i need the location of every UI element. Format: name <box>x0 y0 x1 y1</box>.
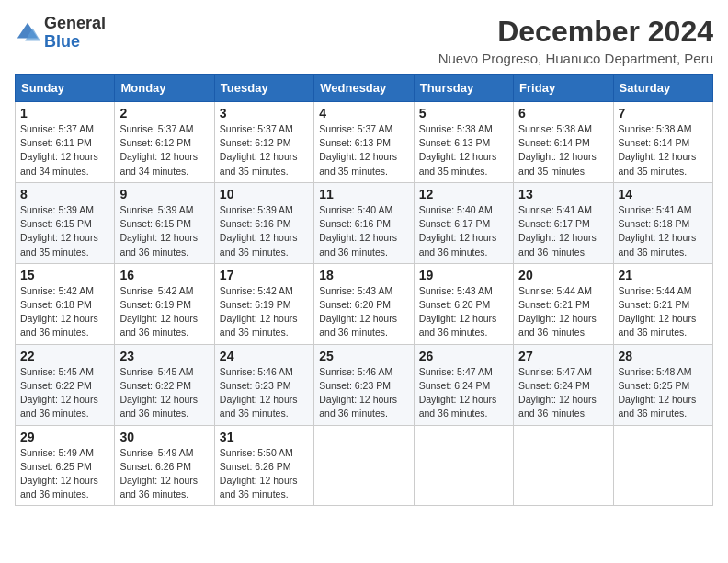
day-number: 21 <box>619 268 708 282</box>
calendar-day-cell: 19Sunrise: 5:43 AMSunset: 6:20 PMDayligh… <box>414 263 513 344</box>
day-info: Sunrise: 5:41 AMSunset: 6:18 PMDaylight:… <box>619 203 708 259</box>
day-info: Sunrise: 5:46 AMSunset: 6:23 PMDaylight:… <box>319 365 408 421</box>
day-number: 3 <box>220 106 309 121</box>
day-info: Sunrise: 5:47 AMSunset: 6:24 PMDaylight:… <box>518 365 608 421</box>
day-info: Sunrise: 5:50 AMSunset: 6:26 PMDaylight:… <box>220 446 309 502</box>
title-section: December 2024 Nuevo Progreso, Huanuco De… <box>438 15 713 66</box>
day-info: Sunrise: 5:42 AMSunset: 6:19 PMDaylight:… <box>119 284 209 340</box>
calendar-day-cell: 23Sunrise: 5:45 AMSunset: 6:22 PMDayligh… <box>115 344 214 425</box>
calendar-day-cell: 14Sunrise: 5:41 AMSunset: 6:18 PMDayligh… <box>613 182 712 263</box>
calendar-day-cell: 15Sunrise: 5:42 AMSunset: 6:18 PMDayligh… <box>16 263 115 344</box>
calendar-day-cell: 29Sunrise: 5:49 AMSunset: 6:25 PMDayligh… <box>16 425 115 506</box>
calendar-day-cell <box>514 425 613 506</box>
day-info: Sunrise: 5:38 AMSunset: 6:13 PMDaylight:… <box>419 122 508 178</box>
day-number: 20 <box>518 268 608 282</box>
weekday-header-row: SundayMondayTuesdayWednesdayThursdayFrid… <box>16 75 713 102</box>
day-number: 30 <box>119 430 209 444</box>
day-info: Sunrise: 5:37 AMSunset: 6:13 PMDaylight:… <box>319 122 408 178</box>
weekday-header-cell: Saturday <box>613 75 712 102</box>
calendar-day-cell: 24Sunrise: 5:46 AMSunset: 6:23 PMDayligh… <box>214 344 313 425</box>
calendar-week-row: 15Sunrise: 5:42 AMSunset: 6:18 PMDayligh… <box>16 263 713 344</box>
calendar-day-cell: 10Sunrise: 5:39 AMSunset: 6:16 PMDayligh… <box>214 182 313 263</box>
calendar-day-cell: 28Sunrise: 5:48 AMSunset: 6:25 PMDayligh… <box>613 344 712 425</box>
day-number: 6 <box>518 106 608 121</box>
day-info: Sunrise: 5:37 AMSunset: 6:12 PMDaylight:… <box>119 122 209 178</box>
day-info: Sunrise: 5:39 AMSunset: 6:15 PMDaylight:… <box>20 203 109 259</box>
calendar-day-cell: 30Sunrise: 5:49 AMSunset: 6:26 PMDayligh… <box>115 425 214 506</box>
weekday-header-cell: Monday <box>115 75 214 102</box>
day-number: 5 <box>419 106 508 121</box>
day-info: Sunrise: 5:37 AMSunset: 6:12 PMDaylight:… <box>220 122 309 178</box>
day-number: 10 <box>220 187 309 201</box>
logo-text: General Blue <box>44 15 106 52</box>
day-number: 25 <box>319 349 408 363</box>
day-number: 24 <box>220 349 309 363</box>
calendar-day-cell: 8Sunrise: 5:39 AMSunset: 6:15 PMDaylight… <box>16 182 115 263</box>
day-number: 22 <box>20 349 109 363</box>
calendar-week-row: 1Sunrise: 5:37 AMSunset: 6:11 PMDaylight… <box>16 102 713 183</box>
day-number: 2 <box>119 106 209 121</box>
weekday-header-cell: Sunday <box>16 75 115 102</box>
day-number: 9 <box>119 187 209 201</box>
day-number: 31 <box>220 430 309 444</box>
calendar-day-cell: 22Sunrise: 5:45 AMSunset: 6:22 PMDayligh… <box>16 344 115 425</box>
day-info: Sunrise: 5:43 AMSunset: 6:20 PMDaylight:… <box>419 284 508 340</box>
day-info: Sunrise: 5:41 AMSunset: 6:17 PMDaylight:… <box>518 203 608 259</box>
logo-general: General <box>44 14 106 32</box>
calendar-day-cell: 17Sunrise: 5:42 AMSunset: 6:19 PMDayligh… <box>214 263 313 344</box>
day-number: 19 <box>419 268 508 282</box>
weekday-header-cell: Tuesday <box>214 75 313 102</box>
calendar-day-cell: 27Sunrise: 5:47 AMSunset: 6:24 PMDayligh… <box>514 344 613 425</box>
day-info: Sunrise: 5:37 AMSunset: 6:11 PMDaylight:… <box>20 122 109 178</box>
day-number: 16 <box>119 268 209 282</box>
day-info: Sunrise: 5:45 AMSunset: 6:22 PMDaylight:… <box>119 365 209 421</box>
day-info: Sunrise: 5:42 AMSunset: 6:18 PMDaylight:… <box>20 284 109 340</box>
calendar-day-cell: 1Sunrise: 5:37 AMSunset: 6:11 PMDaylight… <box>16 102 115 183</box>
calendar-day-cell: 7Sunrise: 5:38 AMSunset: 6:14 PMDaylight… <box>613 102 712 183</box>
calendar-week-row: 22Sunrise: 5:45 AMSunset: 6:22 PMDayligh… <box>16 344 713 425</box>
calendar-day-cell <box>613 425 712 506</box>
calendar-week-row: 8Sunrise: 5:39 AMSunset: 6:15 PMDaylight… <box>16 182 713 263</box>
page-header: General Blue December 2024 Nuevo Progres… <box>15 15 713 66</box>
day-info: Sunrise: 5:49 AMSunset: 6:26 PMDaylight:… <box>119 446 209 502</box>
day-number: 29 <box>20 430 109 444</box>
calendar-body: 1Sunrise: 5:37 AMSunset: 6:11 PMDaylight… <box>16 102 713 506</box>
weekday-header-cell: Wednesday <box>314 75 414 102</box>
weekday-header-cell: Thursday <box>414 75 513 102</box>
day-info: Sunrise: 5:39 AMSunset: 6:16 PMDaylight:… <box>220 203 309 259</box>
day-number: 26 <box>419 349 508 363</box>
day-number: 12 <box>419 187 508 201</box>
day-number: 1 <box>20 106 109 121</box>
calendar-day-cell: 16Sunrise: 5:42 AMSunset: 6:19 PMDayligh… <box>115 263 214 344</box>
day-info: Sunrise: 5:44 AMSunset: 6:21 PMDaylight:… <box>619 284 708 340</box>
day-number: 17 <box>220 268 309 282</box>
day-info: Sunrise: 5:49 AMSunset: 6:25 PMDaylight:… <box>20 446 109 502</box>
day-info: Sunrise: 5:40 AMSunset: 6:16 PMDaylight:… <box>319 203 408 259</box>
logo-icon <box>15 20 40 46</box>
day-info: Sunrise: 5:46 AMSunset: 6:23 PMDaylight:… <box>220 365 309 421</box>
calendar-day-cell: 18Sunrise: 5:43 AMSunset: 6:20 PMDayligh… <box>314 263 414 344</box>
logo-blue: Blue <box>44 32 80 51</box>
calendar-day-cell: 11Sunrise: 5:40 AMSunset: 6:16 PMDayligh… <box>314 182 414 263</box>
day-number: 14 <box>619 187 708 201</box>
calendar-day-cell <box>414 425 513 506</box>
day-number: 7 <box>619 106 708 121</box>
calendar-week-row: 29Sunrise: 5:49 AMSunset: 6:25 PMDayligh… <box>16 425 713 506</box>
day-number: 28 <box>619 349 708 363</box>
calendar-day-cell: 2Sunrise: 5:37 AMSunset: 6:12 PMDaylight… <box>115 102 214 183</box>
day-info: Sunrise: 5:38 AMSunset: 6:14 PMDaylight:… <box>619 122 708 178</box>
calendar-day-cell <box>314 425 414 506</box>
calendar-day-cell: 12Sunrise: 5:40 AMSunset: 6:17 PMDayligh… <box>414 182 513 263</box>
day-number: 8 <box>20 187 109 201</box>
calendar-day-cell: 21Sunrise: 5:44 AMSunset: 6:21 PMDayligh… <box>613 263 712 344</box>
main-title: December 2024 <box>438 15 713 49</box>
day-info: Sunrise: 5:45 AMSunset: 6:22 PMDaylight:… <box>20 365 109 421</box>
day-info: Sunrise: 5:43 AMSunset: 6:20 PMDaylight:… <box>319 284 408 340</box>
calendar-day-cell: 3Sunrise: 5:37 AMSunset: 6:12 PMDaylight… <box>214 102 313 183</box>
calendar-day-cell: 9Sunrise: 5:39 AMSunset: 6:15 PMDaylight… <box>115 182 214 263</box>
weekday-header-cell: Friday <box>514 75 613 102</box>
day-info: Sunrise: 5:48 AMSunset: 6:25 PMDaylight:… <box>619 365 708 421</box>
calendar-day-cell: 5Sunrise: 5:38 AMSunset: 6:13 PMDaylight… <box>414 102 513 183</box>
day-number: 4 <box>319 106 408 121</box>
calendar-day-cell: 31Sunrise: 5:50 AMSunset: 6:26 PMDayligh… <box>214 425 313 506</box>
